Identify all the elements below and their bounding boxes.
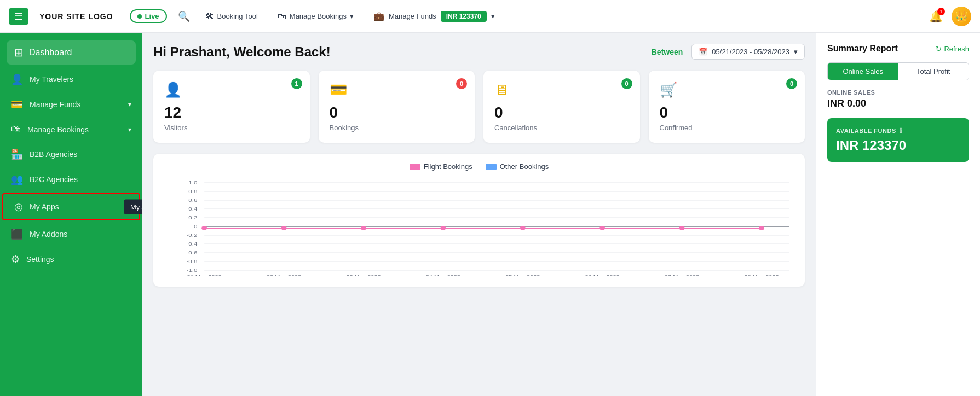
user-avatar[interactable]: 👑	[952, 7, 971, 26]
svg-text:0.2: 0.2	[188, 215, 197, 220]
refresh-label: Refresh	[944, 45, 969, 53]
svg-text:-0.4: -0.4	[186, 241, 197, 247]
svg-text:27 May 2023: 27 May 2023	[665, 274, 700, 276]
booking-tool-nav[interactable]: 🛠 Booking Tool	[201, 9, 262, 24]
top-navigation: ☰ YOUR SITE LOGO Live 🔍 🛠 Booking Tool 🛍…	[0, 0, 980, 33]
travelers-icon: 👤	[11, 73, 23, 85]
avatar-icon: 👑	[955, 10, 967, 22]
svg-text:0.8: 0.8	[188, 189, 197, 194]
available-funds-value: INR 123370	[836, 138, 960, 153]
confirmed-value: 0	[660, 104, 794, 121]
confirmed-icon: 🛒	[660, 81, 794, 98]
notification-button[interactable]: 🔔 1	[929, 10, 943, 23]
funds-chevron: ▾	[491, 12, 495, 20]
svg-text:21 May 2023: 21 May 2023	[187, 274, 222, 276]
inr-funds-badge: INR 123370	[441, 11, 487, 22]
other-bookings-label: Other Bookings	[500, 162, 549, 171]
svg-point-26	[520, 226, 526, 230]
cancellations-icon: 🖥	[494, 81, 629, 98]
sidebar-item-my-addons[interactable]: ⬛ My Addons	[0, 222, 142, 247]
sidebar-item-label: B2B Agencies	[30, 150, 77, 159]
chart-area: Flight Bookings Other Bookings	[153, 154, 805, 287]
svg-text:28 May 2023: 28 May 2023	[744, 274, 779, 276]
date-picker-chevron: ▾	[794, 48, 798, 56]
bookings-chevron-icon: ▾	[128, 126, 131, 133]
sidebar-item-my-travelers[interactable]: 👤 My Travelers	[0, 67, 142, 92]
site-logo: YOUR SITE LOGO	[39, 12, 113, 21]
calendar-icon: 📅	[699, 48, 707, 56]
svg-text:-1.0: -1.0	[186, 267, 197, 273]
topnav-right-section: 🔔 1 👑	[929, 7, 971, 26]
my-apps-tooltip: My Apps	[124, 200, 142, 214]
addons-icon: ⬛	[11, 228, 23, 240]
b2b-icon: 🏪	[11, 148, 23, 160]
legend-flight-bookings: Flight Bookings	[410, 162, 472, 171]
confirmed-label: Confirmed	[660, 124, 794, 132]
info-icon: ℹ	[900, 127, 903, 135]
stat-card-visitors: 1 👤 12 Visitors	[153, 71, 310, 143]
sidebar-item-settings[interactable]: ⚙ Settings	[0, 247, 142, 272]
sidebar-item-label: My Addons	[30, 230, 67, 238]
bookings-value: 0	[330, 104, 464, 121]
flight-bookings-color	[410, 164, 420, 170]
sidebar-item-label: Manage Bookings	[27, 125, 89, 134]
svg-text:-0.2: -0.2	[186, 232, 197, 238]
stats-row: 1 👤 12 Visitors 0 💳 0 Bookings 0 🖥 0 Can…	[153, 71, 805, 143]
tab-online-sales[interactable]: Online Sales	[828, 63, 898, 80]
stat-card-confirmed: 0 🛒 0 Confirmed	[649, 71, 805, 143]
bookings-badge: 0	[456, 78, 467, 89]
stat-card-cancellations: 0 🖥 0 Cancellations	[483, 71, 640, 143]
search-icon[interactable]: 🔍	[178, 10, 190, 22]
date-picker[interactable]: 📅 05/21/2023 - 05/28/2023 ▾	[691, 44, 805, 60]
svg-text:22 May 2023: 22 May 2023	[267, 274, 302, 276]
visitors-label: Visitors	[164, 124, 299, 132]
between-label: Between	[652, 48, 683, 56]
svg-text:24 May 2023: 24 May 2023	[426, 274, 461, 276]
sidebar-item-manage-funds[interactable]: 💳 Manage Funds ▾	[0, 92, 142, 117]
cancellations-value: 0	[494, 104, 629, 121]
live-status-badge: Live	[130, 9, 167, 23]
bookings-label: Bookings	[330, 124, 464, 132]
manage-funds-label: Manage Funds	[389, 12, 436, 20]
svg-point-23	[281, 226, 286, 230]
welcome-bar: Hi Prashant, Welcome Back! Between 📅 05/…	[153, 44, 805, 60]
manage-funds-icon: 💼	[373, 11, 384, 21]
sidebar-item-dashboard[interactable]: ⊞ Dashboard	[7, 40, 136, 65]
booking-tool-icon: 🛠	[205, 11, 214, 21]
svg-text:0.4: 0.4	[188, 206, 197, 212]
welcome-text: Hi Prashant, Welcome Back!	[153, 44, 643, 60]
notification-badge: 1	[937, 8, 945, 15]
main-content: Hi Prashant, Welcome Back! Between 📅 05/…	[142, 33, 816, 396]
main-layout: ⊞ Dashboard 👤 My Travelers 💳 Manage Fund…	[0, 33, 980, 396]
tab-total-profit[interactable]: Total Profit	[898, 63, 969, 80]
funds-chevron-icon: ▾	[128, 101, 131, 108]
sidebar-item-b2c-agencies[interactable]: 👥 B2C Agencies	[0, 167, 142, 192]
visitors-badge: 1	[291, 78, 302, 89]
available-funds-label-text: AVAILABLE FUNDS	[836, 127, 896, 134]
online-sales-section: ONLINE SALES INR 0.00	[827, 89, 969, 109]
sidebar-item-label: Manage Funds	[30, 100, 80, 109]
sidebar-item-label: B2C Agencies	[30, 175, 78, 184]
funds-icon: 💳	[11, 98, 23, 110]
stat-card-bookings: 0 💳 0 Bookings	[319, 71, 475, 143]
manage-bookings-nav[interactable]: 🛍 Manage Bookings ▾	[273, 9, 358, 24]
legend-other-bookings: Other Bookings	[486, 162, 549, 171]
chart-svg: 1.0 0.8 0.6 0.4 0.2 0 -0.2 -0.4 -0.6 -0.…	[162, 177, 796, 276]
refresh-button[interactable]: ↻ Refresh	[936, 45, 969, 53]
refresh-icon: ↻	[936, 45, 942, 53]
manage-bookings-label: Manage Bookings	[290, 12, 347, 20]
hamburger-button[interactable]: ☰	[9, 8, 28, 25]
svg-text:25 May 2023: 25 May 2023	[505, 274, 540, 276]
summary-title: Summary Report	[827, 44, 898, 54]
sidebar-item-b2b-agencies[interactable]: 🏪 B2B Agencies	[0, 142, 142, 167]
sidebar-item-manage-bookings[interactable]: 🛍 Manage Bookings ▾	[0, 117, 142, 142]
sidebar-item-my-apps[interactable]: ◎ My Apps My Apps	[2, 193, 140, 220]
svg-text:23 May 2023: 23 May 2023	[346, 274, 381, 276]
other-bookings-color	[486, 164, 497, 170]
svg-point-27	[599, 226, 605, 230]
flight-bookings-label: Flight Bookings	[424, 162, 472, 171]
cancellations-badge: 0	[621, 78, 632, 89]
svg-point-28	[679, 226, 684, 230]
manage-funds-nav[interactable]: 💼 Manage Funds INR 123370 ▾	[369, 9, 499, 24]
b2c-icon: 👥	[11, 173, 23, 185]
